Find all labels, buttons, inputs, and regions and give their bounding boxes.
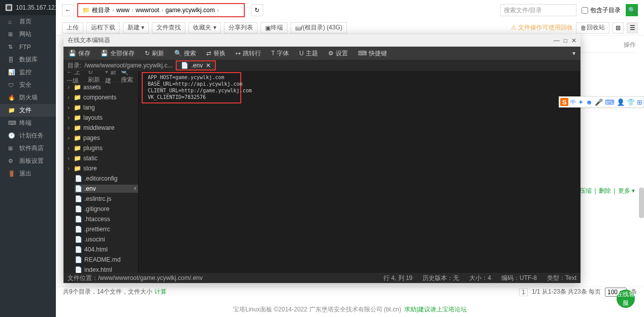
breadcrumb-segment[interactable]: game.ycywlkj.com bbox=[166, 7, 215, 14]
page-1-button[interactable]: 1 bbox=[519, 288, 528, 296]
tree-folder[interactable]: ›📁layouts bbox=[63, 113, 138, 123]
breadcrumb[interactable]: 📁 根目录›www›wwwroot›game.ycywlkj.com› bbox=[77, 3, 245, 17]
code-editor[interactable]: APP_HOST=game.ycywlkj.com BASE_URL=http:… bbox=[139, 71, 581, 273]
sidebar-item-退出[interactable]: 🚪退出 bbox=[0, 167, 56, 180]
editor-menu-搜索[interactable]: 🔍搜索 bbox=[169, 47, 201, 60]
sidebar-item-数据库[interactable]: 🗄数据库 bbox=[0, 53, 56, 66]
tree-file[interactable]: 📄.prettierrc bbox=[63, 224, 138, 234]
editor-titlebar[interactable]: 在线文本编辑器 — □ ✕ bbox=[63, 34, 581, 47]
delete-link[interactable]: 删除 bbox=[599, 187, 611, 194]
tree-file[interactable]: 📄index.html bbox=[63, 265, 138, 273]
toolbar-button[interactable]: 分享列表 bbox=[224, 22, 257, 33]
view-grid-button[interactable]: ⊞ bbox=[613, 22, 624, 33]
tree-folder[interactable]: ›📁plugins bbox=[63, 143, 138, 153]
toolbar-button[interactable]: 收藏夹 ▾ bbox=[188, 22, 220, 33]
search-input[interactable]: 搜索文件/目录 bbox=[500, 4, 576, 16]
sidebar-item-FTP[interactable]: ⇅FTP bbox=[0, 41, 56, 53]
nav-back-button[interactable]: ← bbox=[62, 4, 74, 16]
search-button[interactable]: 🔍 bbox=[626, 4, 638, 16]
breadcrumb-segment[interactable]: wwwroot bbox=[136, 7, 159, 14]
tree-up-button[interactable]: ← 上一级 bbox=[67, 71, 84, 85]
tree-search-button[interactable]: 🔍 搜索 bbox=[121, 71, 135, 84]
ime-lang[interactable]: 中 bbox=[570, 98, 576, 106]
refresh-button[interactable]: ↻ bbox=[251, 4, 263, 16]
tree-new-button[interactable]: + 新建 bbox=[105, 71, 117, 85]
calc-link[interactable]: 计算 bbox=[154, 288, 167, 296]
tree-folder[interactable]: ›📁static bbox=[63, 153, 138, 163]
tree-folder[interactable]: ›📁store bbox=[63, 163, 138, 173]
tree-file[interactable]: 📄404.html bbox=[63, 244, 138, 255]
sidebar-item-计划任务[interactable]: 🕒计划任务 bbox=[0, 129, 56, 142]
ime-icon[interactable]: ⌨ bbox=[605, 98, 615, 106]
tree-refresh-button[interactable]: ↻ 刷新 bbox=[88, 71, 101, 84]
tree-folder[interactable]: ›📁pages bbox=[63, 133, 138, 143]
sidebar-item-终端[interactable]: ⌨终端 bbox=[0, 117, 56, 129]
sogou-icon: S bbox=[560, 98, 568, 106]
sidebar-item-防火墙[interactable]: 🔥防火墙 bbox=[0, 91, 56, 104]
folder-icon: 📁 bbox=[74, 94, 81, 101]
tree-folder[interactable]: ›📁lang bbox=[63, 102, 138, 113]
editor-menu-跳转行[interactable]: ↦跳转行 bbox=[231, 47, 266, 60]
sidebar-icon: ⊞ bbox=[8, 31, 15, 38]
terminal-button[interactable]: ▣ 终端 bbox=[261, 22, 287, 33]
editor-menu-主题[interactable]: U主题 bbox=[294, 47, 323, 60]
toolbar-button[interactable]: 文件查找 bbox=[152, 22, 185, 33]
toolbar-button[interactable]: 新建 ▾ bbox=[123, 22, 149, 33]
tree-file[interactable]: 📄.editorconfig bbox=[63, 173, 138, 184]
tab-close-icon[interactable]: ✕ bbox=[206, 62, 211, 69]
tree-folder[interactable]: ›📁middleware bbox=[63, 123, 138, 133]
sidebar-icon: ⇅ bbox=[8, 44, 15, 50]
tree-file[interactable]: 📄.htaccess bbox=[63, 214, 138, 224]
minimize-button[interactable]: — bbox=[554, 37, 560, 44]
ime-icon[interactable]: ⊞ bbox=[637, 98, 642, 106]
sidebar-item-文件[interactable]: 📁文件 bbox=[0, 104, 56, 117]
sidebar-item-首页[interactable]: ⌂首页 bbox=[0, 15, 56, 28]
tree-file[interactable]: 📄.gitignore bbox=[63, 204, 138, 214]
editor-menu-全部保存[interactable]: 💾全部保存 bbox=[95, 47, 140, 60]
file-toolbar: 上传远程下载新建 ▾文件查找收藏夹 ▾分享列表 ▣ 终端 🖴 /(根目录) (4… bbox=[56, 20, 644, 36]
scrollbar[interactable] bbox=[639, 188, 644, 218]
tree-folder[interactable]: ›📁components bbox=[63, 92, 138, 102]
recycle-bin-button[interactable]: 🗑 回收站 bbox=[576, 22, 609, 33]
forum-link[interactable]: 求助|建议请上宝塔论坛 bbox=[404, 305, 467, 314]
tree-file[interactable]: 📄README.md bbox=[63, 255, 138, 265]
sidebar-item-监控[interactable]: 📊监控 bbox=[0, 66, 56, 79]
sidebar-item-面板设置[interactable]: ⚙面板设置 bbox=[0, 155, 56, 167]
ime-icon[interactable]: 🎤 bbox=[595, 98, 603, 106]
editor-menu-刷新[interactable]: ↻刷新 bbox=[140, 47, 169, 60]
editor-menu-字体[interactable]: T字体 bbox=[266, 47, 294, 60]
toolbar-button[interactable]: 上传 bbox=[62, 22, 83, 33]
editor-menu-设置[interactable]: ⚙设置 bbox=[323, 47, 353, 60]
tree-file[interactable]: 📄.usocini bbox=[63, 234, 138, 244]
more-link[interactable]: 更多 ▾ bbox=[618, 187, 635, 194]
breadcrumb-segment[interactable]: www bbox=[116, 7, 130, 14]
encoding[interactable]: 编码：UTF-8 bbox=[501, 274, 537, 283]
ime-icon[interactable]: 👕 bbox=[627, 98, 635, 106]
ime-toolbar[interactable]: S 中 ✦ ☻ 🎤 ⌨ 👤 👕 ⊞ bbox=[559, 96, 644, 108]
tree-file[interactable]: 📄.env bbox=[63, 184, 138, 194]
ime-icon[interactable]: ✦ bbox=[578, 98, 584, 106]
editor-tab-env[interactable]: 📄 .env ✕ bbox=[176, 60, 216, 71]
ime-icon[interactable]: 👤 bbox=[617, 98, 625, 106]
file-icon: 📄 bbox=[75, 175, 82, 182]
sidebar-item-软件商店[interactable]: ⊞软件商店 bbox=[0, 142, 56, 155]
maximize-button[interactable]: □ bbox=[564, 37, 567, 44]
file-type: 类型：Text bbox=[547, 274, 576, 283]
sidebar-item-网站[interactable]: ⊞网站 bbox=[0, 28, 56, 41]
breadcrumb-segment[interactable]: 根目录 bbox=[92, 7, 110, 14]
editor-menu-快捷键[interactable]: ⌨快捷键 bbox=[353, 47, 392, 60]
editor-menu-保存[interactable]: 💾保存 bbox=[63, 47, 95, 60]
close-button[interactable]: ✕ bbox=[571, 37, 576, 44]
include-subdir-checkbox[interactable]: 包含子目录 bbox=[582, 6, 621, 15]
tree-file[interactable]: 📄.eslintrc.js bbox=[63, 194, 138, 204]
toolbar-button[interactable]: 远程下载 bbox=[86, 22, 120, 33]
view-list-button[interactable]: ☰ bbox=[627, 22, 638, 33]
ime-icon[interactable]: ☻ bbox=[586, 98, 593, 106]
menu-more-icon[interactable]: ▾ bbox=[567, 50, 581, 57]
zip-link[interactable]: 压缩 bbox=[579, 187, 592, 194]
disk-button[interactable]: 🖴 /(根目录) (43G) bbox=[291, 22, 347, 33]
sidebar-item-安全[interactable]: 🛡安全 bbox=[0, 79, 56, 91]
support-fab[interactable]: 在线客服 bbox=[617, 290, 635, 308]
menu-icon: ↦ bbox=[236, 50, 241, 57]
editor-menu-替换[interactable]: ⇄替换 bbox=[201, 47, 231, 60]
